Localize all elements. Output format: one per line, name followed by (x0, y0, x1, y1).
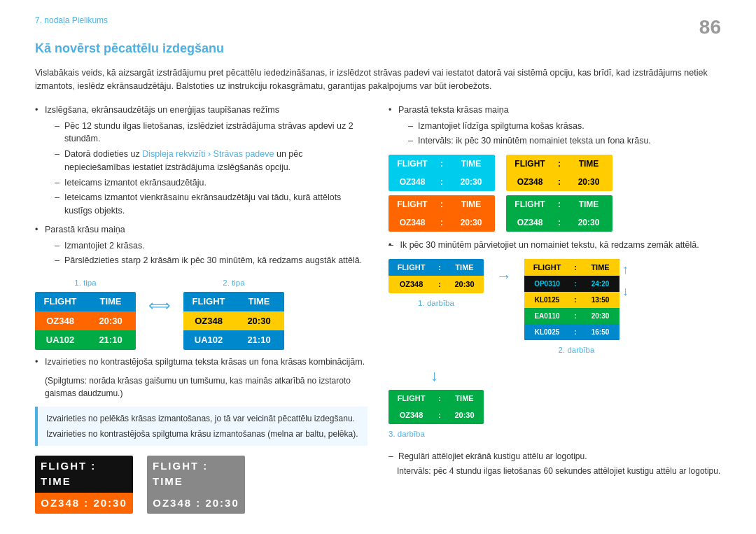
step2-row4: KL0025 : 16:50 (524, 324, 620, 340)
scroll-arrows: ↑ ↓ (622, 259, 629, 301)
type1-ua: UA102 (35, 330, 85, 350)
type1-display: 1. tipa FLIGHT TIME OZ348 20:30 UA102 21 (35, 273, 136, 350)
down-arrow-container: ↓ (430, 364, 721, 387)
right-sub-note-2: – Ik pēc 30 minūtēm pārvietojiet un noma… (388, 239, 721, 252)
type1-time1: 20:30 (85, 311, 136, 331)
step3-header: FLIGHT : TIME (388, 390, 484, 407)
breadcrumb: 7. nodaļa Pielikums (35, 14, 721, 27)
cyan-header: FLIGHT : TIME (388, 155, 495, 173)
flight-box-cyan: FLIGHT : TIME OZ348 : 20:30 (388, 155, 495, 191)
gray-header-row: FLIGHT : TIME (147, 456, 245, 493)
type2-time1: 20:30 (234, 311, 284, 331)
type2-time2: 21:10 (234, 330, 284, 350)
type1-row2: UA102 21:10 (35, 330, 136, 350)
down-arrow-icon: ↓ (430, 367, 438, 384)
step1-label: 1. darbība (418, 297, 454, 309)
left-bullet-list-2: Izvairieties no kontrastējoša spilgtuma … (35, 356, 368, 369)
flight-box-type2: FLIGHT TIME OZ348 20:30 UA102 21:10 (183, 292, 284, 350)
type2-flight-label: FLIGHT (183, 292, 234, 311)
black-data-row: OZ348 : 20:30 (35, 493, 133, 514)
link-display-settings[interactable]: Displeja rekvizīti › Strāvas padeve (142, 149, 274, 159)
flight-box-green: FLIGHT : TIME OZ348 : 20:30 (506, 195, 612, 232)
bullet-item-1: Izslēgšana, ekrānsaudzētājs un enerģijas… (35, 104, 368, 218)
note2: (Spilgtums: norāda krāsas gaišumu un tum… (35, 374, 368, 400)
type2-time-label: TIME (234, 292, 284, 311)
sub-list-1: Pēc 12 stundu ilgas lietošanas, izslēdzi… (45, 120, 368, 218)
flight-box-black: FLIGHT : TIME OZ348 : 20:30 (35, 456, 133, 514)
sub-item-1-3b: Ieteicams izmantot vienkrāsainu ekrānsau… (55, 191, 368, 218)
step1-header: FLIGHT : TIME (388, 259, 484, 276)
sub-list-2: Izmantojiet 2 krāsas. Pārslēdzieties sta… (45, 239, 368, 268)
type1-time2: 21:10 (85, 330, 136, 350)
gray-data-row: OZ348 : 20:30 (147, 493, 245, 514)
right-sub-1b: Intervāls: ik pēc 30 minūtēm nomainiet t… (408, 134, 721, 148)
bullet-item-2: Parastā krāsu maiņa Izmantojiet 2 krāsas… (35, 223, 368, 267)
right-bullet-list: Parastā teksta krāsas maiņa Izmantojiet … (388, 104, 721, 148)
sub3b: Intervāls: pēc 4 stundu ilgas lietošanas… (388, 465, 721, 477)
step2-row1: OP0310 : 24:20 (524, 276, 620, 292)
step3-label: 3. darbība (388, 428, 425, 440)
cyan-data: OZ348 : 20:30 (388, 173, 495, 191)
right-sub-list-1: Izmantojiet līdzīga spilgtuma košas krās… (398, 120, 721, 148)
two-column-layout: Izslēgšana, ekrānsaudzētājs un enerģijas… (35, 104, 721, 514)
swap-arrow-icon: ⟺ (148, 294, 171, 317)
type2-row1: OZ348 20:30 (183, 311, 284, 331)
right-arrow: → (496, 265, 512, 288)
step2-row2: KL0125 : 13:50 (524, 292, 620, 308)
right-sub-1: Izmantojiet līdzīga spilgtuma košas krās… (408, 120, 721, 133)
orange-data: OZ348 : 20:30 (388, 213, 495, 232)
sub-item-1-2: Datorā dodieties uz Displeja rekvizīti ›… (55, 148, 368, 174)
yellow-data: OZ348 : 20:30 (506, 173, 612, 191)
step1-group: FLIGHT : TIME OZ348 : 20:30 1. darbība (388, 259, 484, 312)
highlight-1: Izvairieties no pelēkās krāsas izmantoša… (46, 412, 359, 425)
type2-label: 2. tipa (223, 277, 244, 289)
left-bullet-list: Izslēgšana, ekrānsaudzētājs un enerģijas… (35, 104, 368, 267)
step2-inner: FLIGHT : TIME OP0310 : 24:20 KL0125 (524, 259, 629, 341)
type1-flight-label: FLIGHT (35, 292, 85, 311)
highlight-2: Izvairieties no kontrastējoša spilgtuma … (46, 428, 359, 440)
flight-box-step2: FLIGHT : TIME OP0310 : 24:20 KL0125 (524, 259, 620, 341)
sub-item-2-1b: Pārslēdzieties starp 2 krāsām ik pēc 30 … (55, 254, 368, 267)
type2-row2: UA102 21:10 (183, 330, 284, 350)
page-title: Kā novērst pēcattēlu izdegšanu (35, 39, 721, 58)
step2-label: 2. darbība (559, 344, 595, 356)
flight-box-yellow: FLIGHT : TIME OZ348 : 20:30 (506, 155, 612, 191)
left-column: Izslēgšana, ekrānsaudzētājs un enerģijas… (35, 104, 368, 514)
scroll-section: FLIGHT : TIME OZ348 : 20:30 1. darbība → (388, 259, 721, 360)
highlight-box: Izvairieties no pelēkās krāsas izmantoša… (35, 407, 368, 446)
black-oz-time: OZ348 : 20:30 (35, 493, 133, 514)
sub-item-1-3: Ieteicams izmantot ekrānsaudzētāju. (55, 176, 368, 190)
type2-header-row: FLIGHT TIME (183, 292, 284, 311)
step2-group: FLIGHT : TIME OP0310 : 24:20 KL0125 (524, 259, 629, 360)
type1-oz: OZ348 (35, 311, 85, 331)
type2-oz: OZ348 (183, 311, 234, 331)
type2-display: 2. tipa FLIGHT TIME OZ348 20:30 UA102 21 (183, 273, 284, 350)
page: 86 7. nodaļa Pielikums Kā novērst pēcatt… (0, 0, 756, 534)
flight-box-step3: FLIGHT : TIME OZ348 : 20:30 (388, 390, 484, 424)
sub-item-1-1: Pēc 12 stundu ilgas lietošanas, izslēdzi… (55, 120, 368, 146)
right-sub-notes-3: – Regulāri attēlojiet ekrānā kustigu att… (388, 450, 721, 477)
right-bullet-1: Parastā teksta krāsas maiņa Izmantojiet … (388, 104, 721, 148)
flight-box-orange: FLIGHT : TIME OZ348 : 20:30 (388, 195, 495, 232)
bottom-display-pair: FLIGHT : TIME OZ348 : 20:30 FLIGHT : TIM… (35, 456, 368, 514)
right-bullet-list-2: – Ik pēc 30 minūtēm pārvietojiet un noma… (388, 239, 721, 252)
sub-item-2-1: Izmantojiet 2 krāsas. (55, 239, 368, 253)
orange-header: FLIGHT : TIME (388, 195, 495, 213)
scroll-down-icon: ↓ (622, 282, 629, 301)
type1-row1: OZ348 20:30 (35, 311, 136, 331)
gray-flight-time: FLIGHT : TIME (147, 456, 245, 493)
color-variant-displays-2: FLIGHT : TIME OZ348 : 20:30 FLIGHT : (388, 195, 721, 232)
step3-data: OZ348 : 20:30 (388, 407, 484, 424)
gray-oz-time: OZ348 : 20:30 (147, 493, 245, 514)
intro-text: Vislabākais veids, kā aizsargāt izstrādā… (35, 66, 721, 94)
green-header: FLIGHT : TIME (506, 195, 612, 213)
flight-box-step1: FLIGHT : TIME OZ348 : 20:30 (388, 259, 484, 293)
color-variant-displays: FLIGHT : TIME OZ348 : 20:30 FLIGHT : (388, 155, 721, 191)
flight-box-type1: FLIGHT TIME OZ348 20:30 UA102 21:10 (35, 292, 136, 350)
black-flight-time: FLIGHT : TIME (35, 456, 133, 493)
page-number: 86 (699, 13, 721, 42)
step3-group: FLIGHT : TIME OZ348 : 20:30 3. darbība (388, 390, 721, 443)
type1-header-row: FLIGHT TIME (35, 292, 136, 311)
black-header-row: FLIGHT : TIME (35, 456, 133, 493)
scroll-up-icon: ↑ (622, 260, 629, 279)
